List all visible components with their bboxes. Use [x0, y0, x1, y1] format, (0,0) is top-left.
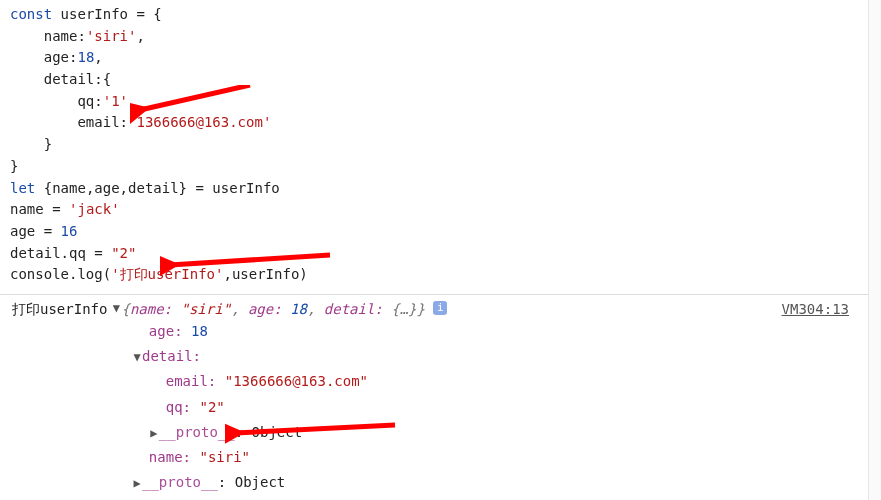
code-line-8: } [10, 156, 881, 178]
tree-prop-proto2[interactable]: ▶__proto__: Object [132, 470, 875, 495]
caret-down-icon[interactable]: ▼ [132, 347, 142, 369]
code-line-5: qq:'1', [10, 91, 881, 113]
code-line-10: name = 'jack' [10, 199, 881, 221]
code-line-2: name:'siri', [10, 26, 881, 48]
log-prefix: 打印userInfo [12, 301, 111, 319]
code-line-9: let {name,age,detail} = userInfo [10, 178, 881, 200]
scrollbar-track[interactable] [868, 0, 881, 500]
caret-right-icon[interactable]: ▶ [149, 423, 159, 445]
info-icon[interactable]: i [433, 301, 447, 315]
code-line-11: age = 16 [10, 221, 881, 243]
tree-prop-proto1[interactable]: ▶__proto__: Object [132, 420, 875, 445]
code-line-13: console.log('打印userInfo',userInfo) [10, 264, 881, 286]
tree-prop-qq[interactable]: qq: "2" [132, 395, 875, 420]
code-line-7: } [10, 134, 881, 156]
object-tree: age: 18 ▼detail: email: "1366666@163.com… [132, 319, 875, 495]
code-line-4: detail:{ [10, 69, 881, 91]
code-line-1: const userInfo = { [10, 4, 881, 26]
console-log-row[interactable]: 打印userInfo ▼ {name: "siri", age: 18, det… [12, 301, 875, 319]
caret-right-icon[interactable]: ▶ [132, 473, 142, 495]
code-pane: const userInfo = { name:'siri', age:18, … [0, 0, 881, 294]
object-summary[interactable]: {name: "siri", age: 18, detail: {…}} [121, 301, 425, 317]
tree-prop-email[interactable]: email: "1366666@163.com" [132, 369, 875, 394]
caret-down-icon[interactable]: ▼ [111, 301, 121, 315]
code-line-3: age:18, [10, 47, 881, 69]
tree-prop-detail[interactable]: ▼detail: [132, 344, 875, 369]
source-link[interactable]: VM304:13 [782, 301, 849, 317]
tree-prop-name[interactable]: name: "siri" [132, 445, 875, 470]
console-pane: VM304:13 打印userInfo ▼ {name: "siri", age… [0, 294, 881, 500]
code-line-6: email:'1366666@163.com' [10, 112, 881, 134]
tree-prop-age[interactable]: age: 18 [132, 319, 875, 344]
code-line-12: detail.qq = "2" [10, 243, 881, 265]
